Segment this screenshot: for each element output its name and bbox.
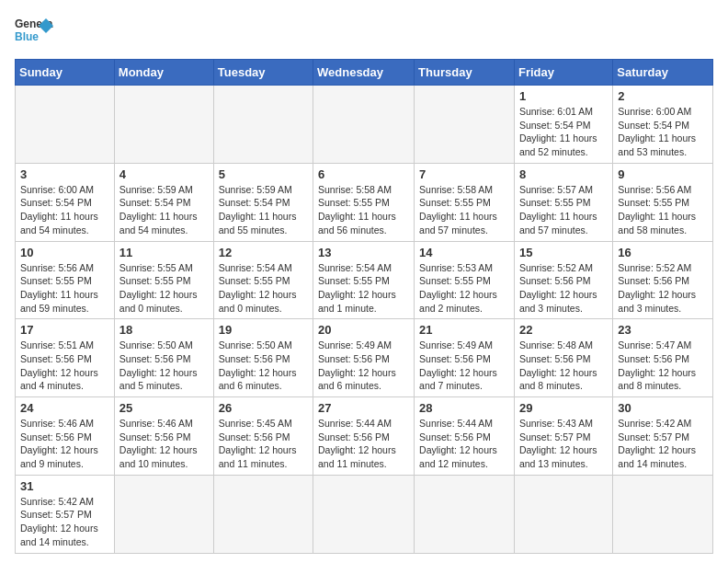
day-info: Sunrise: 5:49 AM Sunset: 5:56 PM Dayligh… <box>419 339 509 393</box>
calendar-cell: 26Sunrise: 5:45 AM Sunset: 5:56 PM Dayli… <box>213 397 313 476</box>
weekday-header-tuesday: Tuesday <box>213 60 313 86</box>
day-info: Sunrise: 5:57 AM Sunset: 5:55 PM Dayligh… <box>519 183 608 237</box>
day-info: Sunrise: 5:56 AM Sunset: 5:55 PM Dayligh… <box>618 183 708 237</box>
weekday-header-monday: Monday <box>114 60 213 86</box>
calendar-cell: 1Sunrise: 6:01 AM Sunset: 5:54 PM Daylig… <box>514 86 612 164</box>
day-number: 24 <box>20 401 109 415</box>
day-number: 1 <box>519 89 608 103</box>
calendar-cell: 10Sunrise: 5:56 AM Sunset: 5:55 PM Dayli… <box>16 241 115 319</box>
calendar-cell: 27Sunrise: 5:44 AM Sunset: 5:56 PM Dayli… <box>313 397 415 476</box>
day-info: Sunrise: 5:56 AM Sunset: 5:55 PM Dayligh… <box>20 261 109 316</box>
logo-graphic: General Blue <box>15 15 53 48</box>
calendar-cell: 29Sunrise: 5:43 AM Sunset: 5:57 PM Dayli… <box>514 397 612 476</box>
weekday-header-wednesday: Wednesday <box>313 60 415 86</box>
day-number: 27 <box>318 401 409 415</box>
calendar-week-row: 24Sunrise: 5:46 AM Sunset: 5:56 PM Dayli… <box>16 397 713 476</box>
calendar-cell: 23Sunrise: 5:47 AM Sunset: 5:56 PM Dayli… <box>613 319 713 397</box>
header: General Blue <box>15 15 713 48</box>
calendar-cell: 31Sunrise: 5:42 AM Sunset: 5:57 PM Dayli… <box>16 475 115 553</box>
calendar-cell: 28Sunrise: 5:44 AM Sunset: 5:56 PM Dayli… <box>415 397 515 476</box>
day-number: 4 <box>119 167 209 181</box>
day-number: 29 <box>519 401 608 415</box>
day-info: Sunrise: 5:45 AM Sunset: 5:56 PM Dayligh… <box>219 417 308 471</box>
calendar-cell: 20Sunrise: 5:49 AM Sunset: 5:56 PM Dayli… <box>313 319 415 397</box>
day-info: Sunrise: 6:01 AM Sunset: 5:54 PM Dayligh… <box>519 105 608 159</box>
calendar-cell <box>114 475 213 553</box>
day-info: Sunrise: 5:50 AM Sunset: 5:56 PM Dayligh… <box>219 339 308 393</box>
calendar-week-row: 10Sunrise: 5:56 AM Sunset: 5:55 PM Dayli… <box>16 241 713 319</box>
day-info: Sunrise: 5:54 AM Sunset: 5:55 PM Dayligh… <box>318 261 409 316</box>
day-info: Sunrise: 5:52 AM Sunset: 5:56 PM Dayligh… <box>519 261 608 316</box>
day-info: Sunrise: 5:47 AM Sunset: 5:56 PM Dayligh… <box>618 339 708 393</box>
calendar-cell <box>313 475 415 553</box>
day-info: Sunrise: 5:58 AM Sunset: 5:55 PM Dayligh… <box>419 183 509 237</box>
day-info: Sunrise: 5:55 AM Sunset: 5:55 PM Dayligh… <box>119 261 209 316</box>
day-info: Sunrise: 5:49 AM Sunset: 5:56 PM Dayligh… <box>318 339 409 393</box>
day-info: Sunrise: 5:50 AM Sunset: 5:56 PM Dayligh… <box>119 339 209 393</box>
weekday-header-friday: Friday <box>514 60 612 86</box>
calendar-cell <box>514 475 612 553</box>
day-info: Sunrise: 5:42 AM Sunset: 5:57 PM Dayligh… <box>618 417 708 471</box>
calendar: SundayMondayTuesdayWednesdayThursdayFrid… <box>15 59 713 554</box>
day-number: 10 <box>20 246 109 259</box>
day-info: Sunrise: 5:48 AM Sunset: 5:56 PM Dayligh… <box>519 339 608 393</box>
day-info: Sunrise: 5:46 AM Sunset: 5:56 PM Dayligh… <box>119 417 209 471</box>
calendar-cell <box>613 475 713 553</box>
day-number: 30 <box>618 401 708 415</box>
day-number: 14 <box>419 246 509 259</box>
day-number: 16 <box>618 246 708 259</box>
day-info: Sunrise: 6:00 AM Sunset: 5:54 PM Dayligh… <box>618 105 708 159</box>
day-info: Sunrise: 5:44 AM Sunset: 5:56 PM Dayligh… <box>419 417 509 471</box>
calendar-cell: 4Sunrise: 5:59 AM Sunset: 5:54 PM Daylig… <box>114 163 213 241</box>
calendar-cell: 14Sunrise: 5:53 AM Sunset: 5:55 PM Dayli… <box>415 241 515 319</box>
weekday-header-thursday: Thursday <box>415 60 515 86</box>
calendar-cell: 19Sunrise: 5:50 AM Sunset: 5:56 PM Dayli… <box>213 319 313 397</box>
day-info: Sunrise: 5:54 AM Sunset: 5:55 PM Dayligh… <box>219 261 308 316</box>
calendar-cell: 6Sunrise: 5:58 AM Sunset: 5:55 PM Daylig… <box>313 163 415 241</box>
day-info: Sunrise: 5:53 AM Sunset: 5:55 PM Dayligh… <box>419 261 509 316</box>
calendar-cell: 15Sunrise: 5:52 AM Sunset: 5:56 PM Dayli… <box>514 241 612 319</box>
day-number: 22 <box>519 323 608 337</box>
calendar-cell: 8Sunrise: 5:57 AM Sunset: 5:55 PM Daylig… <box>514 163 612 241</box>
day-number: 26 <box>219 401 308 415</box>
calendar-cell <box>16 86 115 164</box>
calendar-cell <box>114 86 213 164</box>
calendar-cell: 12Sunrise: 5:54 AM Sunset: 5:55 PM Dayli… <box>213 241 313 319</box>
day-number: 9 <box>618 167 708 181</box>
day-number: 28 <box>419 401 509 415</box>
calendar-cell <box>213 86 313 164</box>
calendar-cell: 17Sunrise: 5:51 AM Sunset: 5:56 PM Dayli… <box>16 319 115 397</box>
day-number: 11 <box>119 246 209 259</box>
day-number: 8 <box>519 167 608 181</box>
calendar-cell <box>213 475 313 553</box>
calendar-cell: 30Sunrise: 5:42 AM Sunset: 5:57 PM Dayli… <box>613 397 713 476</box>
day-number: 13 <box>318 246 409 259</box>
calendar-cell: 2Sunrise: 6:00 AM Sunset: 5:54 PM Daylig… <box>613 86 713 164</box>
calendar-cell <box>313 86 415 164</box>
calendar-cell <box>415 86 515 164</box>
calendar-cell: 9Sunrise: 5:56 AM Sunset: 5:55 PM Daylig… <box>613 163 713 241</box>
calendar-cell <box>415 475 515 553</box>
weekday-header-saturday: Saturday <box>613 60 713 86</box>
day-number: 3 <box>20 167 109 181</box>
day-number: 20 <box>318 323 409 337</box>
weekday-header-sunday: Sunday <box>16 60 115 86</box>
day-number: 6 <box>318 167 409 181</box>
calendar-cell: 25Sunrise: 5:46 AM Sunset: 5:56 PM Dayli… <box>114 397 213 476</box>
logo: General Blue <box>15 15 53 48</box>
day-info: Sunrise: 5:52 AM Sunset: 5:56 PM Dayligh… <box>618 261 708 316</box>
calendar-cell: 11Sunrise: 5:55 AM Sunset: 5:55 PM Dayli… <box>114 241 213 319</box>
calendar-cell: 3Sunrise: 6:00 AM Sunset: 5:54 PM Daylig… <box>16 163 115 241</box>
calendar-week-row: 3Sunrise: 6:00 AM Sunset: 5:54 PM Daylig… <box>16 163 713 241</box>
day-info: Sunrise: 5:46 AM Sunset: 5:56 PM Dayligh… <box>20 417 109 471</box>
day-number: 2 <box>618 89 708 103</box>
day-number: 31 <box>20 479 109 493</box>
day-number: 18 <box>119 323 209 337</box>
calendar-cell: 22Sunrise: 5:48 AM Sunset: 5:56 PM Dayli… <box>514 319 612 397</box>
day-info: Sunrise: 5:43 AM Sunset: 5:57 PM Dayligh… <box>519 417 608 471</box>
day-info: Sunrise: 5:59 AM Sunset: 5:54 PM Dayligh… <box>219 183 308 237</box>
day-info: Sunrise: 5:59 AM Sunset: 5:54 PM Dayligh… <box>119 183 209 237</box>
calendar-week-row: 1Sunrise: 6:01 AM Sunset: 5:54 PM Daylig… <box>16 86 713 164</box>
day-number: 15 <box>519 246 608 259</box>
calendar-cell: 13Sunrise: 5:54 AM Sunset: 5:55 PM Dayli… <box>313 241 415 319</box>
